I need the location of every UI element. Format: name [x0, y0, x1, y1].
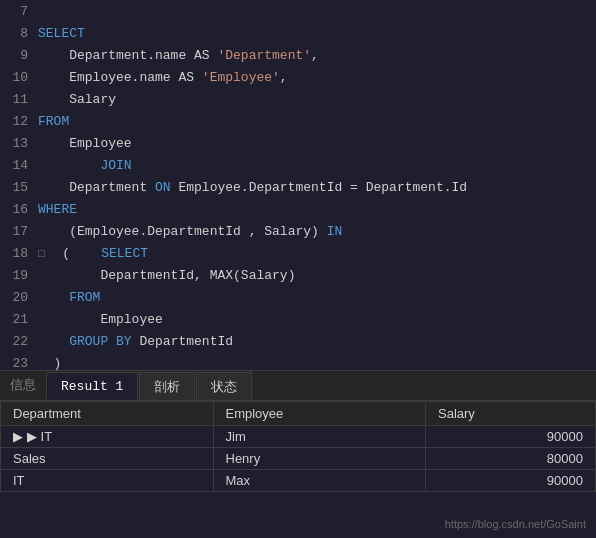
employee-cell: Max	[213, 470, 426, 492]
line-number: 21	[0, 312, 38, 327]
line-content: Department.name AS 'Department',	[38, 48, 596, 63]
line-content: SELECT	[38, 26, 596, 41]
tab-bar: 信息 Result 1 剖析 状态	[0, 371, 596, 401]
code-line: 20 FROM	[0, 286, 596, 308]
line-content: GROUP BY DepartmentId	[38, 334, 596, 349]
employee-cell: Jim	[213, 426, 426, 448]
table-header: Employee	[213, 402, 426, 426]
line-number: 17	[0, 224, 38, 239]
watermark: https://blog.csdn.net/GoSaint	[445, 518, 586, 530]
code-line: 10 Employee.name AS 'Employee',	[0, 66, 596, 88]
code-line: 18□ ( SELECT	[0, 242, 596, 264]
line-number: 16	[0, 202, 38, 217]
result-container: DepartmentEmployeeSalary▶ ITJim90000 Sal…	[0, 401, 596, 492]
code-line: 17 (Employee.DepartmentId , Salary) IN	[0, 220, 596, 242]
line-number: 13	[0, 136, 38, 151]
salary-cell: 80000	[426, 448, 596, 470]
table-header: Department	[1, 402, 214, 426]
table-header: Salary	[426, 402, 596, 426]
result-table: DepartmentEmployeeSalary▶ ITJim90000 Sal…	[0, 401, 596, 492]
line-number: 23	[0, 356, 38, 371]
tab-status[interactable]: 状态	[196, 372, 252, 400]
line-number: 9	[0, 48, 38, 63]
line-content: Employee.name AS 'Employee',	[38, 70, 596, 85]
department-cell: Sales	[1, 448, 214, 470]
line-number: 10	[0, 70, 38, 85]
tab-result1[interactable]: Result 1	[46, 372, 138, 400]
department-cell: ▶ IT	[1, 426, 214, 448]
table-row: ITMax90000	[1, 470, 596, 492]
line-number: 8	[0, 26, 38, 41]
code-line: 19 DepartmentId, MAX(Salary)	[0, 264, 596, 286]
tab-info[interactable]: 信息	[0, 370, 46, 400]
code-line: 14 JOIN	[0, 154, 596, 176]
bottom-panel: 信息 Result 1 剖析 状态 DepartmentEmployeeSala…	[0, 370, 596, 538]
line-number: 11	[0, 92, 38, 107]
code-line: 13 Employee	[0, 132, 596, 154]
code-line: 11 Salary	[0, 88, 596, 110]
line-content: □ ( SELECT	[38, 246, 596, 261]
line-content: JOIN	[38, 158, 596, 173]
employee-cell: Henry	[213, 448, 426, 470]
department-cell: IT	[1, 470, 214, 492]
line-number: 7	[0, 4, 38, 19]
line-content: DepartmentId, MAX(Salary)	[38, 268, 596, 283]
code-editor: 78SELECT9 Department.name AS 'Department…	[0, 0, 596, 370]
line-content: FROM	[38, 290, 596, 305]
salary-cell: 90000	[426, 426, 596, 448]
line-content: Department ON Employee.DepartmentId = De…	[38, 180, 596, 195]
code-line: 7	[0, 0, 596, 22]
code-line: 21 Employee	[0, 308, 596, 330]
code-line: 16WHERE	[0, 198, 596, 220]
line-number: 12	[0, 114, 38, 129]
code-line: 15 Department ON Employee.DepartmentId =…	[0, 176, 596, 198]
code-line: 12FROM	[0, 110, 596, 132]
line-content: Employee	[38, 312, 596, 327]
tab-analyze[interactable]: 剖析	[139, 372, 195, 400]
code-line: 9 Department.name AS 'Department',	[0, 44, 596, 66]
line-number: 20	[0, 290, 38, 305]
line-number: 22	[0, 334, 38, 349]
line-number: 14	[0, 158, 38, 173]
table-row: ▶ ITJim90000	[1, 426, 596, 448]
line-content: )	[38, 356, 596, 371]
table-row: SalesHenry80000	[1, 448, 596, 470]
line-content: Employee	[38, 136, 596, 151]
line-content: FROM	[38, 114, 596, 129]
line-number: 19	[0, 268, 38, 283]
line-number: 18	[0, 246, 38, 261]
line-content: (Employee.DepartmentId , Salary) IN	[38, 224, 596, 239]
line-content: Salary	[38, 92, 596, 107]
salary-cell: 90000	[426, 470, 596, 492]
code-line: 23 )	[0, 352, 596, 370]
line-content: WHERE	[38, 202, 596, 217]
code-line: 22 GROUP BY DepartmentId	[0, 330, 596, 352]
line-number: 15	[0, 180, 38, 195]
code-line: 8SELECT	[0, 22, 596, 44]
